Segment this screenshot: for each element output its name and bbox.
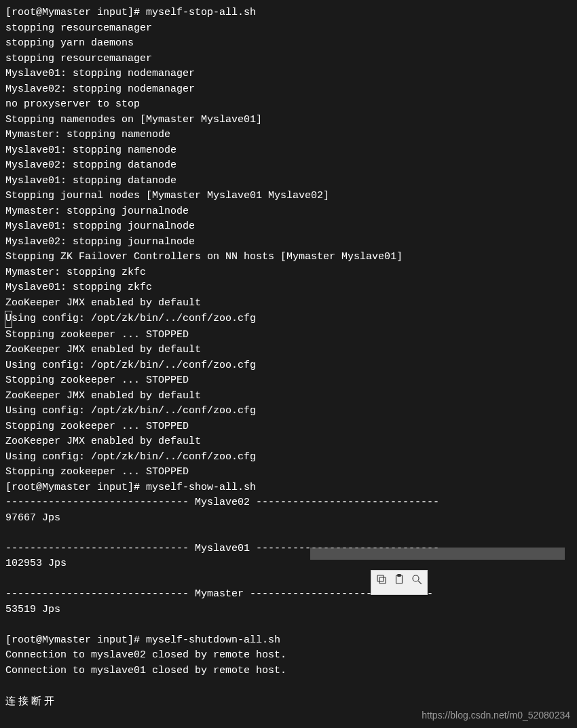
jps-output: 102953 Jps	[5, 558, 67, 569]
output-line: Myslave01: stopping nodemanager	[5, 68, 195, 79]
shell-prompt: [root@Mymaster input]#	[5, 634, 146, 646]
svg-rect-1	[377, 575, 384, 581]
svg-rect-0	[379, 577, 386, 583]
output-line: ZooKeeper JMX enabled by default	[5, 297, 201, 309]
terminal-output[interactable]: [root@Mymaster input]# myself-stop-all.s…	[5, 5, 572, 709]
output-line: stopping resourcemanager	[5, 53, 152, 64]
command-text: myself-stop-all.sh	[146, 7, 256, 18]
output-line: Stopping ZK Failover Controllers on NN h…	[5, 251, 403, 263]
disconnect-message: 连接断开	[5, 693, 572, 709]
output-line: ZooKeeper JMX enabled by default	[5, 390, 201, 402]
output-line: stopping yarn daemons	[5, 37, 134, 49]
output-line: Connection to myslave02 closed by remote…	[5, 649, 286, 661]
output-line: ZooKeeper JMX enabled by default	[5, 436, 201, 447]
text-selection-highlight	[310, 548, 565, 560]
output-line: Stopping zookeeper ... STOPPED	[5, 329, 189, 341]
watermark-text: https://blog.csdn.net/m0_52080234	[422, 708, 570, 723]
output-line: Stopping namenodes on [Mymaster Myslave0…	[5, 114, 262, 126]
selection-toolbar	[371, 570, 428, 595]
copy-icon[interactable]	[375, 573, 388, 592]
output-line: Myslave01: stopping datanode	[5, 175, 176, 187]
separator-line: ------------------------------ Mymaster …	[5, 588, 433, 600]
separator-line: ------------------------------ Myslave02…	[5, 497, 439, 508]
separator-line: ------------------------------ Myslave01	[5, 543, 256, 554]
output-line: no proxyserver to stop	[5, 98, 140, 110]
search-icon[interactable]	[411, 573, 423, 592]
output-line: Connection to myslave01 closed by remote…	[5, 665, 286, 676]
output-line: Myslave02: stopping datanode	[5, 159, 176, 171]
command-text: myself-shutdown-all.sh	[146, 634, 280, 646]
jps-output: 53519 Jps	[5, 604, 60, 615]
output-line: ZooKeeper JMX enabled by default	[5, 344, 201, 356]
output-line: Mymaster: stopping namenode	[5, 129, 170, 140]
output-line: Myslave01: stopping namenode	[5, 145, 176, 156]
output-line: Using config: /opt/zk/bin/../conf/zoo.cf…	[5, 451, 256, 463]
output-line: Stopping zookeeper ... STOPPED	[5, 421, 189, 432]
jps-output: 97667 Jps	[5, 512, 60, 524]
output-line: sing config: /opt/zk/bin/../conf/zoo.cfg	[12, 313, 256, 324]
output-line: stopping resourcemanager	[5, 22, 152, 34]
shell-prompt: [root@Mymaster input]#	[5, 482, 146, 493]
svg-rect-3	[398, 575, 401, 577]
output-line: Myslave01: stopping zkfc	[5, 282, 152, 293]
paste-icon[interactable]	[393, 573, 405, 592]
output-line: Stopping journal nodes [Mymaster Myslave…	[5, 190, 329, 202]
command-text: myself-show-all.sh	[146, 482, 256, 493]
output-line: Using config: /opt/zk/bin/../conf/zoo.cf…	[5, 405, 256, 417]
output-line: Using config: /opt/zk/bin/../conf/zoo.cf…	[5, 360, 256, 371]
svg-line-5	[418, 581, 422, 584]
output-line: Myslave02: stopping nodemanager	[5, 83, 195, 95]
svg-point-4	[413, 575, 419, 581]
output-line: Stopping zookeeper ... STOPPED	[5, 466, 189, 478]
output-line: Mymaster: stopping journalnode	[5, 206, 189, 217]
output-line: Stopping zookeeper ... STOPPED	[5, 375, 189, 386]
output-line: Myslave02: stopping journalnode	[5, 236, 195, 248]
shell-prompt: [root@Mymaster input]#	[5, 7, 146, 18]
output-line: Myslave01: stopping journalnode	[5, 221, 195, 232]
output-line: Mymaster: stopping zkfc	[5, 267, 146, 278]
